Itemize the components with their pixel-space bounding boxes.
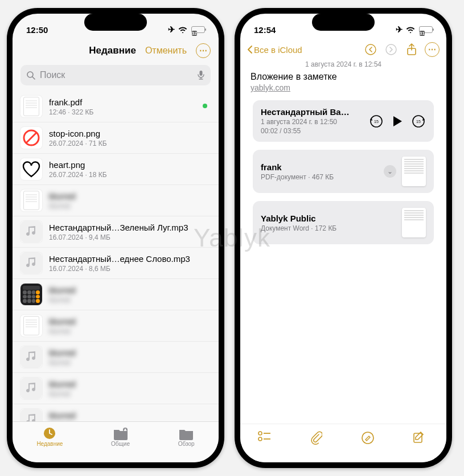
nav-bar: Все в iCloud ⋯ bbox=[240, 40, 446, 60]
more-button[interactable]: ⋯ bbox=[425, 42, 440, 57]
play-icon[interactable] bbox=[392, 115, 403, 128]
file-row[interactable]: blurred blurred bbox=[13, 279, 219, 310]
file-meta: 26.07.2024 · 18 КБ bbox=[49, 171, 211, 179]
tab-label: Недавние bbox=[36, 441, 63, 447]
svg-point-19 bbox=[362, 432, 373, 444]
phone-left-files: 12:50 ✈︎ 32 Недавние Отменить ⋯ Поиск fr… bbox=[7, 8, 224, 468]
rewind-15-icon[interactable]: 15 bbox=[369, 114, 384, 129]
stop-icon bbox=[20, 127, 42, 149]
svg-text:15: 15 bbox=[416, 120, 421, 124]
attachment-word[interactable]: Yablyk Public Документ Word · 172 КБ bbox=[253, 201, 434, 244]
file-row[interactable]: blurred blurred bbox=[13, 373, 219, 404]
tab-label: Обзор bbox=[178, 441, 195, 447]
calc-icon bbox=[20, 284, 42, 305]
svg-text:15: 15 bbox=[374, 120, 379, 124]
file-name: blurred bbox=[49, 411, 211, 420]
redo-button bbox=[384, 42, 399, 57]
svg-point-17 bbox=[258, 437, 262, 441]
search-field[interactable]: Поиск bbox=[20, 65, 211, 85]
battery-icon: 32 bbox=[190, 26, 205, 33]
doc-thumbnail bbox=[402, 157, 426, 186]
file-meta: blurred bbox=[49, 296, 211, 304]
tab-обзор[interactable]: Обзор bbox=[178, 426, 195, 447]
attachment-audio[interactable]: Нестандартный Ва… 1 августа 2024 г. в 12… bbox=[253, 100, 434, 142]
tab-icon bbox=[178, 426, 194, 440]
mic-icon[interactable] bbox=[197, 70, 205, 80]
svg-line-1 bbox=[32, 77, 35, 79]
tab-общие[interactable]: Общие bbox=[111, 426, 130, 447]
music-icon bbox=[20, 252, 42, 274]
note-date: 1 августа 2024 г. в 12:54 bbox=[240, 60, 446, 72]
doc-icon bbox=[20, 190, 42, 211]
compose-button[interactable] bbox=[413, 431, 429, 444]
airplane-icon: ✈︎ bbox=[168, 24, 175, 35]
file-name: frank.pdf bbox=[49, 97, 211, 107]
dynamic-island bbox=[84, 14, 147, 31]
attachment-name: frank bbox=[261, 162, 378, 172]
note-title: Вложение в заметке bbox=[251, 72, 436, 82]
music-icon bbox=[20, 221, 42, 243]
search-icon bbox=[26, 71, 35, 80]
header-title: Недавние bbox=[89, 45, 136, 56]
attachment-time: 00:02 / 03:55 bbox=[261, 127, 363, 135]
forward-15-icon[interactable]: 15 bbox=[411, 114, 426, 129]
dynamic-island bbox=[312, 14, 375, 31]
attach-button[interactable] bbox=[310, 431, 326, 445]
status-time: 12:50 bbox=[26, 25, 48, 35]
attachment-pdf[interactable]: frank PDF-документ · 467 КБ ⌄ bbox=[253, 150, 434, 193]
file-row[interactable]: frank.pdf 12:46 · 322 КБ bbox=[13, 91, 219, 122]
bottom-toolbar bbox=[240, 424, 446, 462]
file-row[interactable]: blurred blurred bbox=[13, 185, 219, 216]
file-name: blurred bbox=[49, 379, 211, 389]
file-meta: 16.07.2024 · 9,4 МБ bbox=[49, 233, 211, 241]
file-meta: blurred bbox=[49, 327, 211, 335]
file-row[interactable]: stop-icon.png 26.07.2024 · 71 КБ bbox=[13, 122, 219, 154]
chevron-down-icon[interactable]: ⌄ bbox=[384, 165, 396, 178]
tab-icon bbox=[113, 426, 129, 440]
file-list: frank.pdf 12:46 · 322 КБ stop-icon.png 2… bbox=[13, 91, 219, 421]
attachment-name: Yablyk Public bbox=[261, 214, 396, 223]
wifi-icon bbox=[406, 26, 415, 33]
file-row[interactable]: blurred blurred bbox=[13, 404, 219, 421]
svg-line-4 bbox=[26, 133, 36, 143]
file-name: heart.png bbox=[49, 160, 211, 170]
back-button[interactable]: Все в iCloud bbox=[247, 45, 302, 55]
chevron-left-icon bbox=[247, 45, 253, 54]
note-content[interactable]: Вложение в заметке yablyk.com Нестандарт… bbox=[240, 72, 446, 244]
tab-недавние[interactable]: Недавние bbox=[36, 426, 63, 447]
draw-button[interactable] bbox=[361, 431, 377, 445]
file-row[interactable]: blurred blurred bbox=[13, 342, 219, 373]
phone-right-notes: 12:54 ✈︎ 31 Все в iCloud ⋯ 1 августа 202… bbox=[235, 8, 452, 468]
back-label: Все в iCloud bbox=[254, 45, 302, 55]
music-icon bbox=[20, 346, 42, 368]
file-meta: 12:46 · 322 КБ bbox=[49, 108, 211, 116]
file-meta: blurred bbox=[49, 421, 211, 422]
file-name: blurred bbox=[49, 317, 211, 326]
doc-thumbnail bbox=[402, 208, 426, 237]
cancel-button[interactable]: Отменить bbox=[145, 46, 187, 56]
more-button[interactable]: ⋯ bbox=[196, 43, 211, 58]
attachment-meta: 1 августа 2024 г. в 12:50 bbox=[261, 118, 363, 126]
tab-label: Общие bbox=[111, 441, 130, 447]
svg-point-9 bbox=[386, 44, 396, 55]
svg-point-8 bbox=[366, 44, 376, 55]
wifi-icon bbox=[178, 26, 187, 33]
search-placeholder: Поиск bbox=[40, 70, 192, 80]
attachment-meta: Документ Word · 172 КБ bbox=[261, 224, 396, 232]
music-icon bbox=[20, 377, 42, 399]
status-time: 12:54 bbox=[254, 25, 276, 35]
file-row[interactable]: Нестандартный…еднее Слово.mp3 16.07.2024… bbox=[13, 248, 219, 279]
undo-button[interactable] bbox=[363, 42, 378, 57]
tab-bar: НедавниеОбщиеОбзор bbox=[13, 421, 219, 462]
file-name: Нестандартный…Зеленый Луг.mp3 bbox=[49, 223, 211, 232]
note-link[interactable]: yablyk.com bbox=[251, 83, 436, 92]
share-button[interactable] bbox=[404, 42, 419, 57]
tab-icon bbox=[42, 426, 57, 440]
checklist-button[interactable] bbox=[258, 431, 274, 442]
new-indicator bbox=[203, 104, 207, 108]
doc-icon bbox=[20, 96, 42, 117]
file-meta: 16.07.2024 · 8,6 МБ bbox=[49, 265, 211, 273]
file-row[interactable]: heart.png 26.07.2024 · 18 КБ bbox=[13, 154, 219, 185]
file-row[interactable]: Нестандартный…Зеленый Луг.mp3 16.07.2024… bbox=[13, 216, 219, 248]
file-row[interactable]: blurred blurred bbox=[13, 310, 219, 342]
